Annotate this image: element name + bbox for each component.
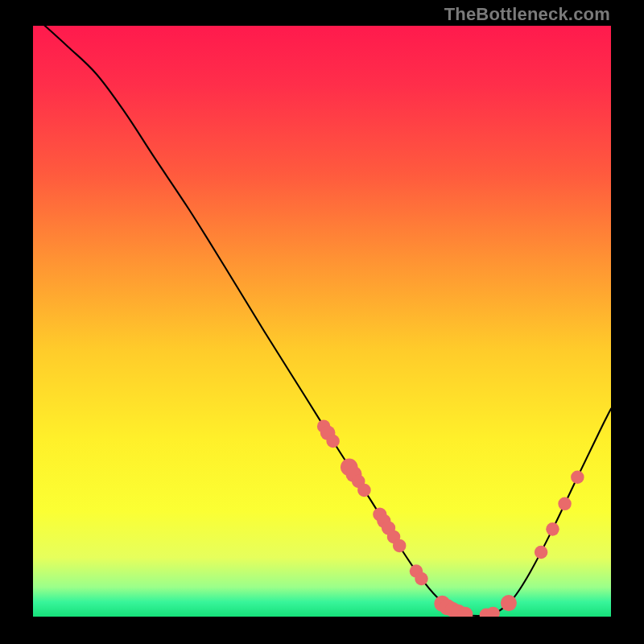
chart-background — [33, 26, 611, 617]
data-marker — [571, 471, 584, 485]
plot-area — [33, 26, 611, 617]
data-marker — [326, 435, 340, 448]
data-marker — [535, 546, 548, 559]
watermark-label: TheBottleneck.com — [444, 4, 610, 25]
data-marker — [501, 595, 517, 611]
data-marker — [546, 522, 559, 536]
chart-svg — [33, 26, 611, 617]
chart-frame: TheBottleneck.com — [0, 0, 644, 644]
data-marker — [357, 484, 371, 497]
data-marker — [415, 572, 428, 586]
data-marker — [558, 497, 572, 511]
data-marker — [393, 539, 407, 553]
